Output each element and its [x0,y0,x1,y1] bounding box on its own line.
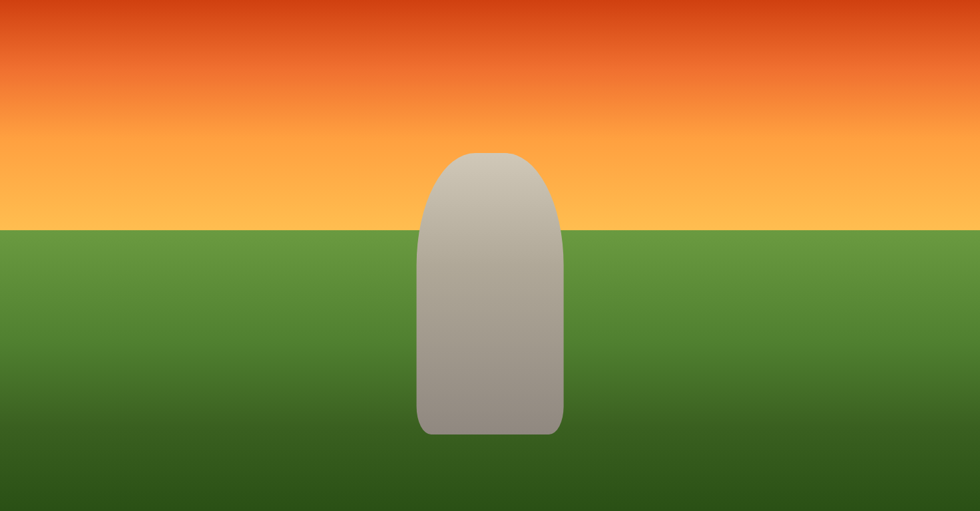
result-image-4[interactable] [824,224,944,385]
main-content: Art Style None Photo Illustration [0,48,980,511]
right-panel: Write your prompt Generate A girl in a f… [422,64,960,495]
result-section: A girl in a field photograph 🗑 Delete [422,179,960,495]
result-images [438,224,944,385]
